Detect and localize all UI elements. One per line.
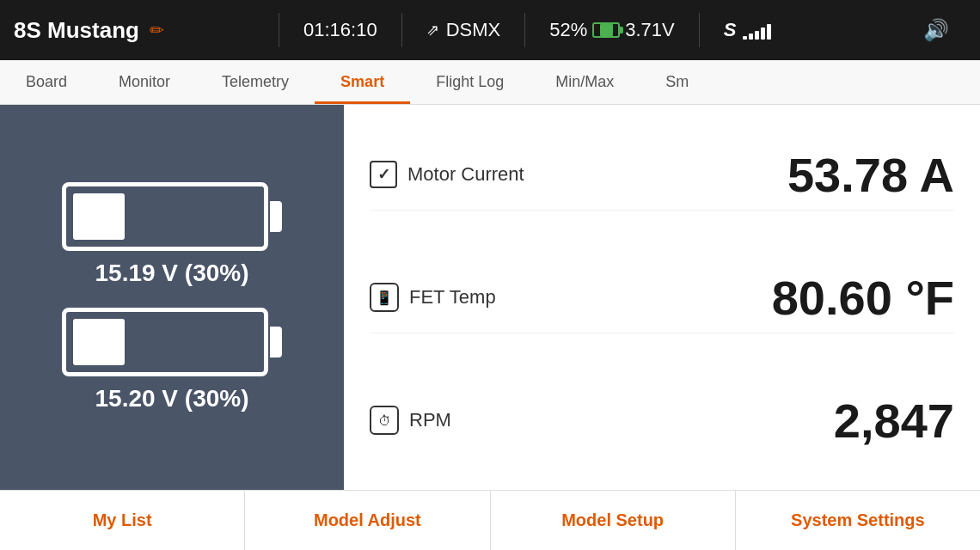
fet-temp-label: FET Temp (409, 286, 496, 309)
model-name-section: 8S Mustang ✏ (14, 17, 272, 44)
edit-icon[interactable]: ✏ (150, 20, 164, 40)
bat-tip-1 (270, 201, 282, 232)
volume-control[interactable]: 🔊 (906, 18, 966, 42)
divider-1 (279, 13, 279, 47)
battery-label-1: 15.19 V (30%) (95, 260, 249, 287)
bat-body-1 (62, 182, 268, 251)
main-content: 15.19 V (30%) 15.20 V (30%) ✓ Motor Curr… (0, 105, 980, 490)
divider-3 (524, 13, 525, 47)
bottom-bar: My List Model Adjust Model Setup System … (0, 490, 980, 550)
tab-minmax[interactable]: Min/Max (530, 73, 640, 104)
tab-monitor[interactable]: Monitor (93, 73, 196, 104)
bat-fill-1 (73, 193, 125, 240)
metric-label-group-fet: 📱 FET Temp (370, 283, 496, 312)
phone-glyph: 📱 (376, 290, 393, 306)
metric-label-group-motor: ✓ Motor Current (370, 161, 524, 188)
checkbox-icon-motor[interactable]: ✓ (370, 161, 397, 188)
bat-fill-2 (73, 319, 125, 365)
protocol-value: DSMX (446, 19, 501, 41)
gauge-icon-rpm: ⏱ (370, 406, 399, 435)
nav-tabs: Board Monitor Telemetry Smart Flight Log… (0, 60, 980, 105)
battery-voltage: 3.71V (625, 19, 675, 41)
divider-4 (699, 13, 700, 47)
tab-flight-log[interactable]: Flight Log (410, 73, 530, 104)
tab-dashboard[interactable]: Board (0, 73, 93, 104)
battery-display: 52% 3.71V (532, 19, 692, 41)
battery-widget-1: 15.19 V (30%) (17, 182, 327, 287)
signal-bar-4 (761, 28, 765, 40)
signal-s-icon: S (724, 19, 737, 41)
bat-body-2 (62, 308, 268, 376)
divider-2 (401, 13, 402, 47)
bat-tip-2 (270, 327, 282, 358)
signal-bar-3 (755, 31, 759, 40)
signal-display: S (707, 19, 789, 41)
battery-icon (592, 22, 620, 38)
left-panel: 15.19 V (30%) 15.20 V (30%) (0, 105, 344, 490)
top-bar: 8S Mustang ✏ 01:16:10 ⇗ DSMX 52% 3.71V S… (0, 0, 980, 60)
signal-bars-icon (743, 21, 771, 40)
tab-sm[interactable]: Sm (640, 73, 714, 104)
right-panel: ✓ Motor Current 53.78 A 📱 FET Temp 80.60… (344, 105, 980, 490)
metric-row-rpm: ⏱ RPM 2,847 (370, 386, 954, 455)
timer-display: 01:16:10 (286, 19, 395, 41)
tab-smart[interactable]: Smart (315, 73, 410, 104)
battery-widget-2: 15.20 V (30%) (17, 308, 327, 412)
checkmark: ✓ (377, 165, 390, 184)
model-adjust-button[interactable]: Model Adjust (245, 491, 490, 550)
volume-icon[interactable]: 🔊 (923, 18, 949, 42)
battery-graphic-2 (62, 308, 282, 376)
phone-icon-fet: 📱 (370, 283, 399, 312)
battery-fill (600, 24, 613, 36)
rpm-value: 2,847 (834, 393, 954, 449)
system-settings-button[interactable]: System Settings (736, 491, 980, 550)
motor-current-value: 53.78 A (787, 147, 954, 203)
model-name: 8S Mustang (14, 17, 139, 44)
signal-bar-1 (743, 36, 747, 40)
model-setup-button[interactable]: Model Setup (491, 491, 736, 550)
rpm-label: RPM (409, 409, 451, 431)
metric-label-group-rpm: ⏱ RPM (370, 406, 451, 435)
tab-telemetry[interactable]: Telemetry (196, 73, 315, 104)
motor-current-label: Motor Current (407, 163, 524, 186)
signal-bar-5 (767, 24, 771, 40)
gauge-glyph: ⏱ (378, 413, 391, 428)
timer-value: 01:16:10 (303, 19, 377, 41)
protocol-display: ⇗ DSMX (409, 19, 518, 41)
metric-row-motor-current: ✓ Motor Current 53.78 A (370, 140, 954, 211)
battery-graphic-1 (62, 182, 282, 251)
link-icon: ⇗ (426, 21, 439, 40)
my-list-button[interactable]: My List (0, 491, 245, 550)
fet-temp-value: 80.60 °F (772, 270, 954, 326)
signal-bar-2 (749, 34, 753, 40)
battery-label-2: 15.20 V (30%) (95, 385, 249, 412)
battery-percent: 52% (549, 19, 587, 41)
metric-row-fet-temp: 📱 FET Temp 80.60 °F (370, 263, 954, 333)
